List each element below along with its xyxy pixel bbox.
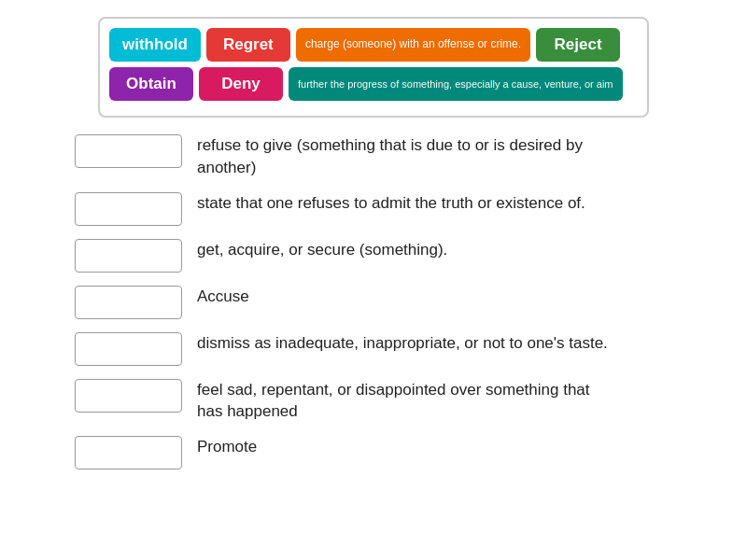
word-buttons-row2: ObtainDenyfurther the progress of someth… <box>109 67 638 101</box>
match-row: state that one refuses to admit the trut… <box>75 192 747 226</box>
word-button[interactable]: withhold <box>109 28 201 62</box>
answer-box[interactable] <box>75 332 182 366</box>
word-button[interactable]: Reject <box>536 28 620 62</box>
match-row: feel sad, repentant, or disappointed ove… <box>75 379 747 424</box>
word-button[interactable]: Obtain <box>109 67 193 101</box>
definition-text: Promote <box>197 436 257 458</box>
word-button[interactable]: further the progress of something, espec… <box>289 67 623 101</box>
answer-box[interactable] <box>75 192 182 226</box>
answer-box[interactable] <box>75 286 182 319</box>
match-row: get, acquire, or secure (something). <box>75 239 747 273</box>
answer-box[interactable] <box>75 134 182 168</box>
matching-list: refuse to give (something that is due to… <box>75 134 747 469</box>
definition-text: get, acquire, or secure (something). <box>197 239 447 261</box>
word-button[interactable]: Regret <box>206 28 290 62</box>
word-button[interactable]: charge (someone) with an offense or crim… <box>296 28 530 62</box>
match-row: Accuse <box>75 286 747 319</box>
word-buttons-row1: withholdRegretcharge (someone) with an o… <box>109 28 638 62</box>
match-row: refuse to give (something that is due to… <box>75 134 747 179</box>
match-row: Promote <box>75 436 747 469</box>
answer-box[interactable] <box>75 239 182 273</box>
definition-text: Accuse <box>197 286 249 308</box>
answer-box[interactable] <box>75 379 182 413</box>
match-row: dismiss as inadequate, inappropriate, or… <box>75 332 747 366</box>
answer-box[interactable] <box>75 436 182 469</box>
definition-text: refuse to give (something that is due to… <box>197 134 608 179</box>
word-button[interactable]: Deny <box>199 67 283 101</box>
definition-text: dismiss as inadequate, inappropriate, or… <box>197 332 608 355</box>
word-panel: withholdRegretcharge (someone) with an o… <box>98 17 649 118</box>
definition-text: state that one refuses to admit the trut… <box>197 192 585 215</box>
definition-text: feel sad, repentant, or disappointed ove… <box>197 379 608 424</box>
